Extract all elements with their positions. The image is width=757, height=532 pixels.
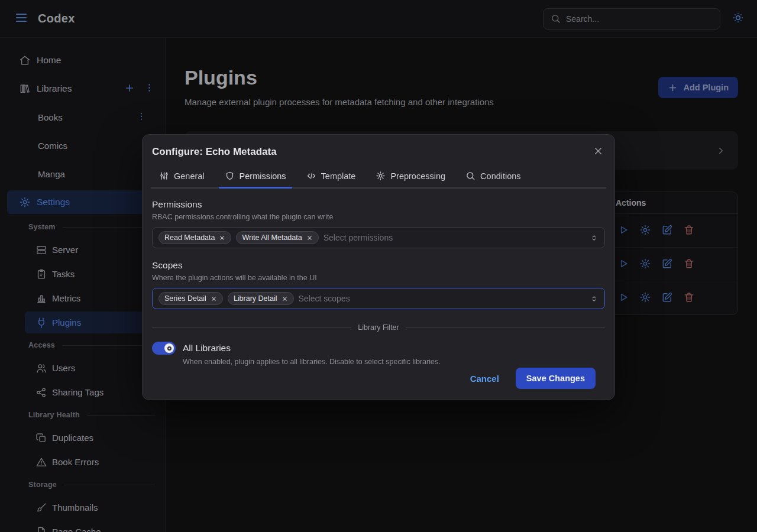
shield-icon — [225, 171, 235, 181]
permission-tag: Read Metadata — [158, 231, 231, 244]
modal-header: Configure: Echo Metadata — [143, 135, 614, 160]
close-modal-button[interactable] — [591, 144, 605, 160]
all-libraries-label: All Libraries — [183, 343, 231, 353]
divider-rule — [152, 327, 351, 328]
all-libraries-description: When enabled, plugin applies to all libr… — [183, 358, 605, 366]
permissions-group: Permissions RBAC permissions controlling… — [152, 199, 605, 248]
search-icon — [465, 171, 475, 181]
scopes-group: Scopes Where the plugin actions will be … — [152, 260, 605, 309]
gear-icon — [376, 171, 386, 181]
toggle-knob-core — [167, 346, 172, 351]
divider-rule — [406, 327, 605, 328]
sliders-icon — [159, 171, 169, 181]
cancel-button[interactable]: Cancel — [464, 369, 505, 388]
scopes-label: Scopes — [152, 260, 605, 271]
tab-label: Template — [321, 171, 356, 181]
tag-label: Write All Metadata — [242, 233, 302, 242]
select-arrows-icon — [590, 233, 599, 242]
permissions-placeholder: Select permissions — [323, 233, 585, 242]
scope-tag: Library Detail — [228, 292, 294, 305]
all-libraries-toggle[interactable] — [152, 342, 176, 355]
tab-label: Permissions — [240, 171, 286, 181]
modal-title: Configure: Echo Metadata — [152, 146, 277, 158]
tag-label: Read Metadata — [164, 233, 215, 242]
remove-tag-button[interactable] — [306, 235, 313, 241]
modal-tab-bar: General Permissions Template Preprocessi… — [151, 166, 606, 189]
close-icon — [219, 235, 225, 241]
permissions-label: Permissions — [152, 199, 605, 210]
permissions-description: RBAC permissions controlling what the pl… — [152, 213, 605, 221]
modal-footer: Cancel Save Changes — [152, 368, 605, 400]
permissions-multiselect[interactable]: Read Metadata Write All Metadata Select … — [152, 227, 605, 248]
all-libraries-row: All Libraries — [152, 342, 605, 355]
remove-tag-button[interactable] — [282, 296, 288, 302]
scope-tag: Series Detail — [158, 292, 223, 305]
scopes-description: Where the plugin actions will be availab… — [152, 274, 605, 282]
tab-label: Conditions — [480, 171, 521, 181]
tab-label: General — [174, 171, 205, 181]
tab-conditions[interactable]: Conditions — [460, 166, 527, 189]
remove-tag-button[interactable] — [219, 235, 225, 241]
tab-label: Preprocessing — [390, 171, 445, 181]
close-icon — [593, 145, 604, 157]
close-icon — [282, 296, 288, 302]
tag-label: Library Detail — [234, 294, 277, 303]
scopes-placeholder: Select scopes — [299, 294, 585, 303]
select-arrows-icon — [590, 294, 599, 303]
tab-preprocessing[interactable]: Preprocessing — [370, 166, 451, 189]
remove-tag-button[interactable] — [211, 296, 217, 302]
tab-template[interactable]: Template — [300, 166, 362, 189]
toggle-knob — [164, 343, 174, 353]
scopes-multiselect[interactable]: Series Detail Library Detail Select scop… — [152, 288, 605, 309]
configure-plugin-modal: Configure: Echo Metadata General Permiss… — [142, 134, 615, 400]
permission-tag: Write All Metadata — [236, 231, 318, 244]
close-icon — [211, 296, 217, 302]
tag-label: Series Detail — [164, 294, 206, 303]
save-changes-button[interactable]: Save Changes — [516, 368, 596, 389]
modal-body: Permissions RBAC permissions controlling… — [143, 189, 614, 400]
close-icon — [306, 235, 313, 241]
tab-permissions[interactable]: Permissions — [219, 166, 292, 189]
divider-label: Library Filter — [351, 323, 405, 332]
library-filter-divider: Library Filter — [152, 323, 605, 332]
code-icon — [306, 171, 316, 181]
tab-general[interactable]: General — [153, 166, 211, 189]
